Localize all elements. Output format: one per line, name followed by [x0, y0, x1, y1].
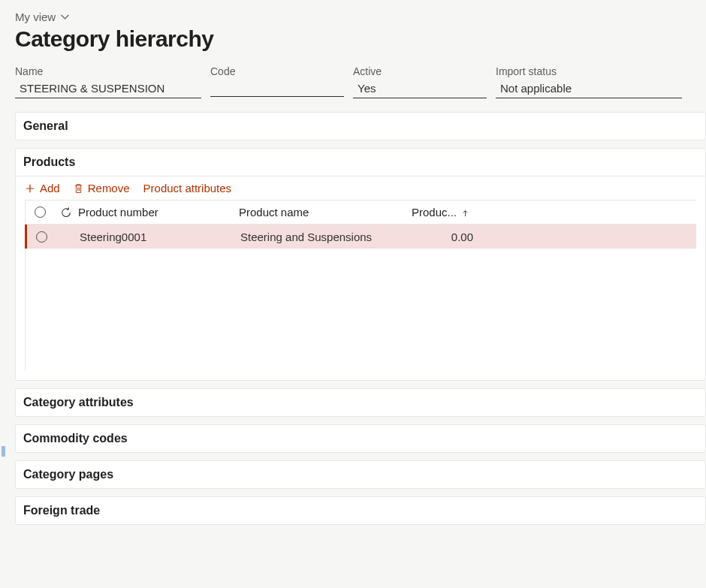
- radio-icon: [36, 231, 47, 243]
- product-attributes-label: Product attributes: [143, 182, 232, 194]
- page-title: Category hierarchy: [15, 26, 706, 52]
- plus-icon: [25, 183, 35, 194]
- section-category-attributes: Category attributes: [15, 388, 706, 417]
- cell-product-value: 0.00: [413, 231, 473, 243]
- left-focus-bar: [2, 446, 5, 457]
- section-category-attributes-header[interactable]: Category attributes: [16, 389, 705, 416]
- product-attributes-button[interactable]: Product attributes: [143, 182, 232, 194]
- cell-product-number: Steering0001: [80, 231, 240, 243]
- remove-button[interactable]: Remove: [74, 182, 130, 194]
- field-import-input[interactable]: Not applicable: [496, 80, 682, 98]
- sort-arrow-up-icon: [461, 206, 469, 219]
- section-foreign-trade: Foreign trade: [15, 496, 706, 525]
- cell-product-name: Steering and Suspensions: [240, 231, 413, 243]
- col-product-name[interactable]: Product name: [239, 206, 412, 219]
- section-foreign-trade-header[interactable]: Foreign trade: [16, 497, 705, 524]
- col-product-sortable[interactable]: Produc...: [412, 206, 472, 219]
- section-category-pages: Category pages: [15, 460, 706, 489]
- view-selector[interactable]: My view: [15, 11, 70, 25]
- refresh-icon: [60, 207, 72, 219]
- section-products-header[interactable]: Products: [16, 149, 705, 176]
- col-product-number[interactable]: Product number: [78, 206, 239, 219]
- refresh-button[interactable]: [54, 207, 78, 219]
- section-general: General: [15, 112, 706, 140]
- table-row[interactable]: x Steering0001 Steering and Suspensions …: [25, 225, 696, 249]
- row-select-radio[interactable]: [27, 231, 56, 243]
- add-button-label: Add: [40, 182, 60, 194]
- field-name-input[interactable]: STEERING & SUSPENSION: [15, 80, 201, 98]
- header-fields: Name STEERING & SUSPENSION Code Active Y…: [15, 65, 706, 98]
- products-grid: Product number Product name Produc... x …: [25, 200, 696, 371]
- section-commodity-codes: Commodity codes: [15, 424, 706, 453]
- trash-icon: [74, 183, 83, 194]
- field-code-input[interactable]: [210, 80, 344, 97]
- section-products: Products Add Remove Product attributes: [15, 148, 706, 381]
- add-button[interactable]: Add: [25, 182, 60, 194]
- field-import-label: Import status: [496, 65, 682, 77]
- products-toolbar: Add Remove Product attributes: [16, 176, 705, 200]
- radio-icon: [35, 207, 46, 218]
- field-active-label: Active: [353, 65, 487, 77]
- chevron-down-icon: [60, 12, 70, 22]
- section-category-pages-header[interactable]: Category pages: [16, 461, 705, 488]
- field-name-label: Name: [15, 65, 201, 77]
- view-selector-label: My view: [15, 11, 56, 23]
- remove-button-label: Remove: [88, 182, 130, 194]
- select-all-radio[interactable]: [26, 207, 54, 218]
- grid-header-row: Product number Product name Produc...: [26, 201, 696, 225]
- section-commodity-codes-header[interactable]: Commodity codes: [16, 425, 705, 452]
- field-active-input[interactable]: Yes: [353, 80, 487, 98]
- field-code-label: Code: [210, 65, 344, 77]
- col-product-label: Produc...: [412, 206, 457, 219]
- section-general-header[interactable]: General: [16, 113, 705, 140]
